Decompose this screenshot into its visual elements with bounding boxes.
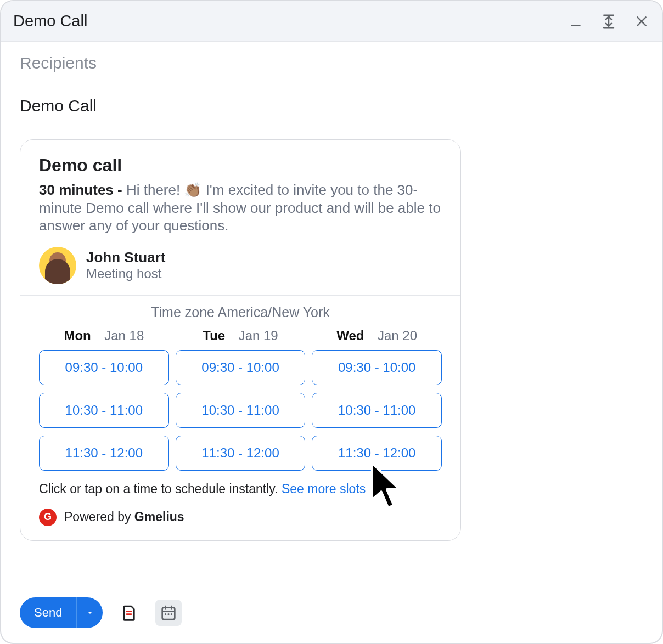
invite-duration: 30 minutes -	[39, 182, 126, 198]
subject-field[interactable]: Demo Call	[20, 84, 643, 127]
see-more-slots-link[interactable]: See more slots	[282, 482, 366, 496]
subject-value: Demo Call	[20, 97, 97, 115]
instruction-static: Click or tap on a time to schedule insta…	[39, 482, 282, 496]
minimize-button[interactable]	[568, 13, 584, 30]
day-of-week: Wed	[336, 328, 364, 343]
day-date: Jan 20	[378, 328, 417, 343]
popout-button[interactable]	[600, 13, 617, 30]
time-slot-button[interactable]: 09:30 - 10:00	[39, 350, 169, 385]
close-icon	[634, 14, 649, 29]
days-row: Mon Jan 18 09:30 - 10:00 10:30 - 11:00 1…	[39, 328, 442, 478]
compose-window: Demo Call Recipients De	[0, 0, 663, 644]
send-button-group: Send	[20, 597, 103, 628]
time-slot-button[interactable]: 09:30 - 10:00	[312, 350, 442, 385]
instruction-text: Click or tap on a time to schedule insta…	[39, 482, 442, 496]
host-role: Meeting host	[86, 266, 165, 281]
svg-point-3	[171, 613, 172, 615]
close-button[interactable]	[633, 13, 650, 30]
header-actions	[568, 13, 650, 30]
invite-title: Demo call	[39, 155, 442, 176]
time-slot-button[interactable]: 11:30 - 12:00	[39, 436, 169, 471]
time-slot-button[interactable]: 10:30 - 11:00	[176, 393, 306, 428]
popout-icon	[600, 13, 617, 30]
meeting-invite-card: Demo call 30 minutes - Hi there! 👏🏽 I'm …	[20, 139, 461, 541]
invite-description: 30 minutes - Hi there! 👏🏽 I'm excited to…	[39, 181, 442, 235]
time-slot-button[interactable]: 11:30 - 12:00	[312, 436, 442, 471]
template-button[interactable]	[116, 600, 142, 626]
powered-by-row: G Powered by Gmelius	[39, 509, 442, 526]
minimize-icon	[569, 14, 583, 29]
day-of-week: Mon	[64, 328, 91, 343]
calendar-icon	[160, 604, 177, 622]
day-header: Tue Jan 19	[176, 328, 306, 343]
powered-brand: Gmelius	[134, 510, 184, 524]
day-date: Jan 18	[104, 328, 144, 343]
host-row: John Stuart Meeting host	[39, 247, 442, 284]
compose-header: Demo Call	[1, 1, 662, 42]
time-slot-button[interactable]: 09:30 - 10:00	[176, 350, 306, 385]
svg-point-2	[168, 613, 170, 615]
compose-title: Demo Call	[13, 12, 568, 30]
recipients-field[interactable]: Recipients	[20, 42, 643, 84]
chevron-down-icon	[86, 608, 94, 617]
time-slot-button[interactable]: 10:30 - 11:00	[39, 393, 169, 428]
day-column-wed: Wed Jan 20 09:30 - 10:00 10:30 - 11:00 1…	[312, 328, 442, 478]
compose-body[interactable]: Demo call 30 minutes - Hi there! 👏🏽 I'm …	[1, 127, 662, 583]
day-header: Wed Jan 20	[312, 328, 442, 343]
recipients-placeholder: Recipients	[20, 54, 97, 72]
template-icon	[120, 604, 138, 622]
host-info: John Stuart Meeting host	[86, 249, 165, 281]
host-avatar	[39, 247, 76, 284]
time-slot-button[interactable]: 10:30 - 11:00	[312, 393, 442, 428]
compose-footer: Send	[1, 583, 662, 643]
timezone-label: Time zone America/New York	[39, 304, 442, 320]
gmelius-icon: G	[39, 509, 57, 526]
powered-text: Powered by Gmelius	[64, 510, 184, 524]
compose-fields: Recipients Demo Call	[1, 42, 662, 127]
calendar-button[interactable]	[155, 600, 182, 626]
day-header: Mon Jan 18	[39, 328, 169, 343]
send-button[interactable]: Send	[20, 597, 76, 628]
day-date: Jan 19	[239, 328, 278, 343]
host-name: John Stuart	[86, 249, 165, 266]
time-slot-button[interactable]: 11:30 - 12:00	[176, 436, 306, 471]
svg-point-1	[165, 613, 166, 615]
powered-prefix: Powered by	[64, 510, 134, 524]
send-options-button[interactable]	[76, 597, 103, 628]
invite-body: Time zone America/New York Mon Jan 18 09…	[20, 296, 460, 540]
invite-header: Demo call 30 minutes - Hi there! 👏🏽 I'm …	[20, 140, 460, 296]
day-column-mon: Mon Jan 18 09:30 - 10:00 10:30 - 11:00 1…	[39, 328, 169, 478]
day-column-tue: Tue Jan 19 09:30 - 10:00 10:30 - 11:00 1…	[176, 328, 306, 478]
day-of-week: Tue	[203, 328, 225, 343]
